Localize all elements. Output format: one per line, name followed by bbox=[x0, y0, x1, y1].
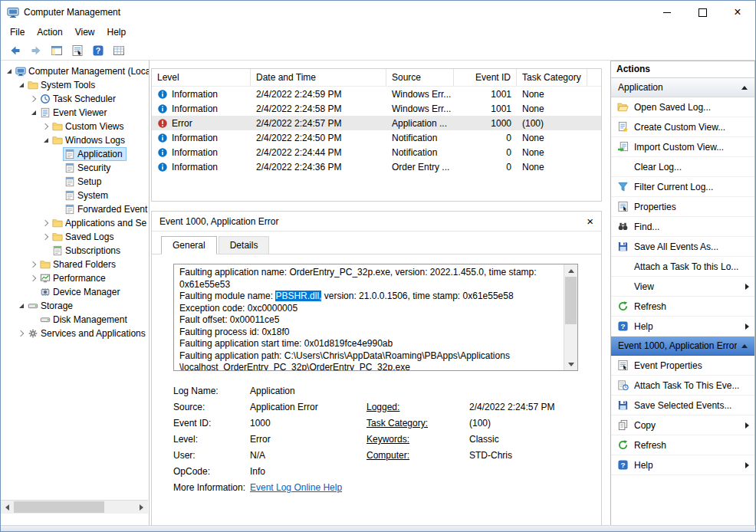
tree-item-device-manager[interactable]: Device Manager bbox=[1, 285, 149, 299]
task-category-value: (100) bbox=[469, 415, 578, 432]
event-preview-pane: Event 1000, Application Error × General … bbox=[151, 211, 602, 526]
scrollbar-track[interactable] bbox=[564, 277, 577, 358]
scroll-down-button[interactable] bbox=[564, 358, 577, 370]
action-clear-log[interactable]: Clear Log... bbox=[611, 157, 754, 177]
action-refresh-event[interactable]: Refresh bbox=[611, 435, 754, 455]
event-row-selected[interactable]: Error 2/4/2022 2:24:57 PM Application ..… bbox=[152, 116, 601, 130]
column-header-event-id[interactable]: Event ID bbox=[454, 69, 517, 86]
expanded-expander-icon[interactable] bbox=[41, 133, 51, 147]
event-log-online-help-link[interactable]: Event Log Online Help bbox=[250, 482, 342, 493]
actions-section-application[interactable]: Application bbox=[611, 78, 754, 97]
event-row[interactable]: Information 2/4/2022 2:24:50 PM Notifica… bbox=[152, 130, 601, 145]
titlebar[interactable]: Computer Management × bbox=[1, 1, 755, 24]
collapse-section-icon[interactable] bbox=[741, 344, 748, 348]
action-filter-current-log[interactable]: Filter Current Log... bbox=[611, 177, 754, 197]
action-properties[interactable]: Properties bbox=[611, 197, 754, 217]
close-button[interactable]: × bbox=[720, 1, 755, 24]
expanded-expander-icon[interactable] bbox=[16, 78, 26, 92]
tab-general[interactable]: General bbox=[161, 236, 217, 255]
event-list-header: Level Date and Time Source Event ID Task… bbox=[152, 69, 601, 87]
action-attach-task-to-event[interactable]: Attach Task To This Eve... bbox=[611, 376, 754, 396]
action-save-all-events-as[interactable]: Save All Events As... bbox=[611, 237, 754, 257]
action-event-properties[interactable]: Event Properties bbox=[611, 356, 754, 376]
expanded-expander-icon[interactable] bbox=[4, 64, 14, 78]
collapsed-expander-icon[interactable] bbox=[28, 271, 38, 285]
action-attach-task-to-log[interactable]: Attach a Task To this Lo... bbox=[611, 257, 754, 277]
action-copy[interactable]: Copy bbox=[611, 415, 754, 435]
menu-view[interactable]: View bbox=[69, 25, 101, 39]
tree-item-performance[interactable]: Performance bbox=[1, 271, 149, 285]
tree-item-services-and-applications[interactable]: Services and Applications bbox=[1, 327, 149, 340]
minimize-button[interactable] bbox=[649, 1, 685, 24]
scrollbar-thumb[interactable] bbox=[565, 277, 577, 324]
tree-item-subscriptions[interactable]: Subscriptions bbox=[1, 244, 149, 258]
tree-item-shared-folders[interactable]: Shared Folders bbox=[1, 258, 149, 271]
event-row[interactable]: Information 2/4/2022 2:24:59 PM Windows … bbox=[152, 87, 601, 101]
tree-item-forwarded-events[interactable]: Forwarded Event bbox=[1, 202, 149, 216]
action-create-custom-view[interactable]: Create Custom View... bbox=[611, 117, 754, 137]
collapsed-expander-icon[interactable] bbox=[28, 258, 38, 271]
tree-item-saved-logs[interactable]: Saved Logs bbox=[1, 230, 149, 244]
collapsed-expander-icon[interactable] bbox=[41, 216, 51, 230]
tree-item-applications-and-services[interactable]: Applications and Se bbox=[1, 216, 149, 230]
tree-item-custom-views[interactable]: Custom Views bbox=[1, 120, 149, 133]
description-vertical-scrollbar[interactable] bbox=[564, 264, 577, 370]
back-button[interactable] bbox=[7, 42, 24, 59]
expanded-expander-icon[interactable] bbox=[16, 299, 26, 313]
properties-button[interactable] bbox=[69, 42, 86, 59]
tree-item-event-viewer[interactable]: Event Viewer bbox=[1, 106, 149, 120]
tree-item-system[interactable]: System bbox=[1, 189, 149, 202]
scroll-left-button[interactable] bbox=[1, 501, 14, 514]
tree-item-setup[interactable]: Setup bbox=[1, 175, 149, 189]
window-resize-edge[interactable] bbox=[1, 525, 755, 531]
tree-item-security[interactable]: Security bbox=[1, 161, 149, 175]
column-header-source[interactable]: Source bbox=[386, 69, 454, 86]
menu-help[interactable]: Help bbox=[101, 25, 133, 39]
tree-item-task-scheduler[interactable]: Task Scheduler bbox=[1, 92, 149, 106]
scrollbar-thumb[interactable] bbox=[14, 501, 104, 513]
tree-item-windows-logs[interactable]: Windows Logs bbox=[1, 133, 149, 147]
tree-item-system-tools[interactable]: System Tools bbox=[1, 78, 149, 92]
event-row[interactable]: Information 2/4/2022 2:24:36 PM Order En… bbox=[152, 159, 601, 174]
tab-details[interactable]: Details bbox=[219, 236, 270, 255]
log-icon bbox=[64, 163, 75, 173]
subscriptions-icon bbox=[52, 245, 63, 256]
scroll-right-button[interactable] bbox=[135, 501, 148, 514]
event-row[interactable]: Information 2/4/2022 2:24:58 PM Windows … bbox=[152, 101, 601, 116]
forward-button[interactable] bbox=[28, 42, 44, 59]
scrollbar-track[interactable] bbox=[14, 501, 135, 514]
action-open-saved-log[interactable]: Open Saved Log... bbox=[611, 97, 754, 117]
expanded-expander-icon[interactable] bbox=[28, 106, 38, 120]
action-save-selected-events[interactable]: Save Selected Events... bbox=[611, 396, 754, 415]
column-header-task-category[interactable]: Task Category bbox=[517, 69, 587, 86]
collapsed-expander-icon[interactable] bbox=[41, 230, 51, 244]
scroll-up-button[interactable] bbox=[564, 264, 577, 277]
collapsed-expander-icon[interactable] bbox=[41, 120, 51, 133]
close-preview-icon[interactable]: × bbox=[587, 215, 593, 227]
tree-item-storage[interactable]: Storage bbox=[1, 299, 149, 313]
collapse-section-icon[interactable] bbox=[741, 86, 748, 90]
column-header-level[interactable]: Level bbox=[152, 69, 251, 86]
event-row[interactable]: Information 2/4/2022 2:24:44 PM Notifica… bbox=[152, 145, 601, 159]
action-find[interactable]: Find... bbox=[611, 217, 754, 237]
tree-item-computer-management[interactable]: Computer Management (Local bbox=[1, 64, 149, 78]
column-header-date-and-time[interactable]: Date and Time bbox=[251, 69, 386, 86]
tree-item-application[interactable]: Application bbox=[1, 147, 149, 161]
menu-action[interactable]: Action bbox=[31, 25, 68, 39]
tree-item-disk-management[interactable]: Disk Management bbox=[1, 313, 149, 327]
maximize-button[interactable] bbox=[685, 1, 720, 24]
action-help[interactable]: Help bbox=[611, 317, 754, 337]
menu-file[interactable]: File bbox=[4, 25, 31, 39]
collapsed-expander-icon[interactable] bbox=[16, 327, 26, 340]
action-help-event[interactable]: Help bbox=[611, 455, 754, 475]
tree-horizontal-scrollbar[interactable] bbox=[1, 500, 148, 514]
action-import-custom-view[interactable]: Import Custom View... bbox=[611, 137, 754, 157]
help-button[interactable] bbox=[90, 42, 107, 59]
actions-section-event[interactable]: Event 1000, Application Error bbox=[611, 337, 754, 356]
collapsed-expander-icon[interactable] bbox=[28, 92, 38, 106]
action-refresh[interactable]: Refresh bbox=[611, 297, 754, 317]
expander-spacer bbox=[53, 189, 63, 202]
export-list-button[interactable] bbox=[110, 42, 127, 59]
action-view[interactable]: View bbox=[611, 277, 754, 297]
show-hide-console-tree-button[interactable] bbox=[48, 42, 65, 59]
